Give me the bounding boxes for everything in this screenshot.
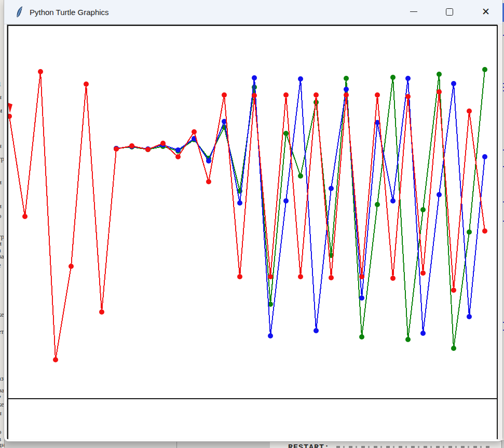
green-point xyxy=(359,334,364,340)
titlebar[interactable]: Python Turtle Graphics ✕ xyxy=(4,0,502,24)
red-series-line xyxy=(9,72,485,360)
blue-point xyxy=(344,87,349,92)
red-point xyxy=(114,146,119,152)
restart-text: RESTART: xyxy=(288,443,330,448)
blue-point xyxy=(482,154,487,159)
red-point xyxy=(99,309,104,315)
red-point xyxy=(390,276,396,281)
green-point xyxy=(482,67,487,72)
red-point xyxy=(437,89,442,94)
minimize-icon xyxy=(410,11,417,12)
blue-point xyxy=(175,147,181,153)
red-point xyxy=(252,93,257,98)
red-point xyxy=(482,228,487,234)
red-point xyxy=(314,92,319,98)
green-series-line xyxy=(116,70,485,348)
green-point xyxy=(451,346,456,351)
minimize-button[interactable] xyxy=(406,0,421,23)
red-point xyxy=(175,154,181,159)
red-point xyxy=(451,288,456,293)
green-point xyxy=(437,72,442,77)
blue-point xyxy=(405,76,411,81)
red-point xyxy=(268,274,273,279)
turtle-graphics-window: Python Turtle Graphics ✕ xyxy=(4,0,502,441)
blue-point xyxy=(467,314,472,319)
blue-series-line xyxy=(116,78,485,336)
green-point xyxy=(420,207,426,212)
red-turtle-cursor xyxy=(8,103,12,113)
blue-point xyxy=(390,198,396,203)
red-point xyxy=(329,275,334,280)
red-point xyxy=(129,143,134,148)
red-point xyxy=(283,92,289,98)
blue-point xyxy=(314,328,319,333)
maximize-button[interactable] xyxy=(442,0,457,23)
green-point xyxy=(344,76,349,81)
maximize-icon xyxy=(446,8,453,16)
green-point xyxy=(375,202,380,207)
blue-point xyxy=(206,158,211,164)
blue-point xyxy=(451,81,456,86)
red-point xyxy=(375,92,380,98)
blue-point xyxy=(420,331,426,336)
blue-point xyxy=(359,295,364,301)
background-text-fragment: дн xyxy=(0,441,5,448)
divider xyxy=(176,441,177,448)
blue-point xyxy=(283,198,289,203)
blue-point xyxy=(298,76,303,82)
green-point xyxy=(390,75,396,80)
blue-point xyxy=(437,192,442,197)
green-point xyxy=(467,229,472,235)
red-point xyxy=(8,114,12,119)
window-title: Python Turtle Graphics xyxy=(30,8,109,17)
red-point xyxy=(53,357,58,362)
red-point xyxy=(467,108,472,114)
green-point xyxy=(405,337,411,342)
turtle-canvas[interactable] xyxy=(7,25,498,439)
red-point xyxy=(84,82,89,87)
red-point xyxy=(38,69,43,74)
red-point xyxy=(237,274,242,279)
red-point xyxy=(222,92,227,98)
turtle-drawing xyxy=(8,26,497,439)
red-point xyxy=(22,214,28,219)
red-point xyxy=(192,129,197,134)
blue-point xyxy=(237,200,242,206)
red-point xyxy=(145,147,151,152)
red-point xyxy=(206,179,211,184)
red-point xyxy=(344,92,349,98)
red-point xyxy=(160,141,166,146)
close-icon: ✕ xyxy=(482,7,490,17)
green-point xyxy=(283,131,289,136)
background-console-strip: RESTART: xyxy=(0,440,504,448)
red-point xyxy=(420,270,426,276)
red-point xyxy=(298,274,303,279)
tk-feather-icon xyxy=(16,6,24,18)
divider xyxy=(501,441,502,448)
canvas-gutter xyxy=(498,25,502,440)
blue-point xyxy=(329,186,334,191)
close-button[interactable]: ✕ xyxy=(478,0,494,23)
red-point xyxy=(69,264,74,269)
green-point xyxy=(298,173,303,179)
red-point xyxy=(405,94,411,99)
blue-point xyxy=(268,333,273,338)
shell-restart-line: RESTART: xyxy=(270,442,501,448)
red-point xyxy=(359,274,364,279)
clipped-text xyxy=(336,446,492,448)
blue-point xyxy=(252,75,257,80)
